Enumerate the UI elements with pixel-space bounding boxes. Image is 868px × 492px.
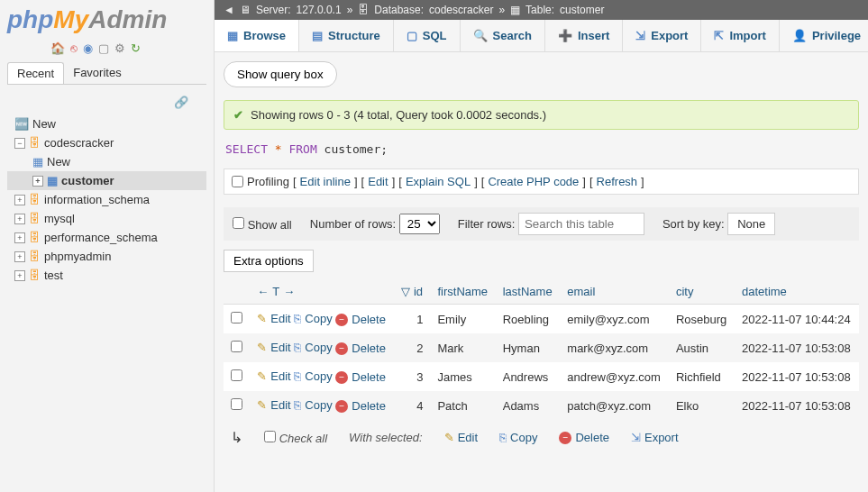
row-copy-button[interactable]: ⎘Copy xyxy=(294,398,332,412)
with-selected-label: With selected: xyxy=(349,431,423,444)
tree-customer[interactable]: +▦customer xyxy=(7,171,206,190)
logout-icon[interactable]: ⎋ xyxy=(70,41,78,55)
tab-recent[interactable]: Recent xyxy=(7,62,64,84)
arrow-left-icon[interactable]: ← xyxy=(257,285,269,298)
row-delete-button[interactable]: −Delete xyxy=(335,342,386,355)
check-all-checkbox[interactable] xyxy=(264,431,276,442)
tab-import[interactable]: ⇱Import xyxy=(701,20,779,51)
tab-favorites[interactable]: Favorites xyxy=(64,62,130,84)
docs-icon[interactable]: ◉ xyxy=(83,41,93,55)
bc-server[interactable]: 127.0.0.1 xyxy=(297,4,342,16)
row-checkbox[interactable] xyxy=(231,398,242,410)
row-edit-button[interactable]: ✎Edit xyxy=(257,369,290,383)
row-edit-label: Edit xyxy=(270,369,290,383)
new-db-icon: 🆕 xyxy=(14,117,29,131)
profiling-checkbox[interactable] xyxy=(232,176,243,187)
tree-infoschema-label: information_schema xyxy=(44,193,150,206)
tab-search[interactable]: 🔍Search xyxy=(461,20,545,51)
settings-icon[interactable]: ⚙ xyxy=(114,41,125,55)
reload-icon[interactable]: ↻ xyxy=(131,41,141,55)
tab-browse[interactable]: ▦Browse xyxy=(215,20,299,51)
row-edit-button[interactable]: ✎Edit xyxy=(257,312,290,325)
row-checkbox[interactable] xyxy=(231,369,242,381)
tree-new-label: New xyxy=(32,117,56,131)
cell-lastname: Adams xyxy=(496,391,561,420)
edit-inline-link[interactable]: Edit inline xyxy=(300,175,351,188)
tree-codescracker[interactable]: −🗄codescracker xyxy=(7,133,206,152)
database-icon: 🗄 xyxy=(29,269,41,282)
sql-icon[interactable]: ▢ xyxy=(98,41,109,55)
col-firstname[interactable]: firstName xyxy=(430,279,495,305)
row-copy-button[interactable]: ⎘Copy xyxy=(294,341,332,354)
footer-edit-button[interactable]: ✎Edit xyxy=(444,431,478,444)
extra-options-button[interactable]: Extra options xyxy=(224,250,314,272)
row-copy-button[interactable]: ⎘Copy xyxy=(294,312,332,325)
tree-cc-new[interactable]: ▦New xyxy=(7,152,206,171)
row-edit-button[interactable]: ✎Edit xyxy=(257,398,290,412)
col-lastname[interactable]: lastName xyxy=(496,279,561,305)
footer-export-button[interactable]: ⇲Export xyxy=(631,431,679,444)
arrow-right-icon[interactable]: → xyxy=(283,285,295,298)
cell-datetime: 2022-11-07 10:44:24 xyxy=(735,305,859,334)
bc-db-label: Database: xyxy=(374,4,424,16)
row-checkbox[interactable] xyxy=(231,312,242,323)
show-query-box-button[interactable]: Show query box xyxy=(224,61,337,87)
pencil-icon: ✎ xyxy=(257,369,267,383)
tab-privileges[interactable]: 👤Privilege xyxy=(780,20,868,51)
col-email[interactable]: email xyxy=(560,279,669,305)
row-copy-label: Copy xyxy=(305,398,332,412)
tab-structure[interactable]: ▤Structure xyxy=(299,20,394,51)
profiling-bar: Profiling [ Edit inline ] [ Edit ] [ Exp… xyxy=(224,169,859,195)
tab-insert[interactable]: ➕Insert xyxy=(545,20,623,51)
cell-email: mark@xyz.com xyxy=(560,333,669,362)
bc-table[interactable]: customer xyxy=(560,4,604,16)
footer-delete-button[interactable]: −Delete xyxy=(559,431,609,444)
expand-icon[interactable]: + xyxy=(14,232,25,243)
row-delete-button[interactable]: −Delete xyxy=(335,313,386,326)
bc-db[interactable]: codescracker xyxy=(429,4,493,16)
tree-new[interactable]: 🆕New xyxy=(7,114,206,133)
col-city[interactable]: city xyxy=(669,279,735,305)
filter-input[interactable] xyxy=(518,213,644,235)
expand-icon[interactable]: + xyxy=(14,251,25,262)
tree-mysql[interactable]: +🗄mysql xyxy=(7,209,206,228)
expand-icon[interactable]: + xyxy=(14,214,25,224)
row-copy-button[interactable]: ⎘Copy xyxy=(294,369,332,383)
sort-by-select[interactable]: None xyxy=(727,213,775,235)
expand-icon[interactable]: + xyxy=(14,270,25,281)
cell-firstname: Patch xyxy=(430,391,495,420)
row-delete-button[interactable]: −Delete xyxy=(335,370,386,384)
export-icon: ⇲ xyxy=(635,29,645,42)
row-checkbox[interactable] xyxy=(231,341,242,352)
logo[interactable]: phpMyAdmin xyxy=(7,5,206,34)
show-all-checkbox[interactable] xyxy=(233,217,244,229)
col-datetime[interactable]: datetime xyxy=(735,279,859,305)
row-edit-button[interactable]: ✎Edit xyxy=(257,341,290,354)
tree-phpmyadmin[interactable]: +🗄phpmyadmin xyxy=(7,247,206,266)
footer-copy-button[interactable]: ⎘Copy xyxy=(499,431,537,444)
tab-sql[interactable]: ▢SQL xyxy=(394,20,461,51)
delete-icon: − xyxy=(335,371,348,384)
tree-performance-schema[interactable]: +🗄performance_schema xyxy=(7,228,206,247)
text-cursor-icon[interactable]: T xyxy=(272,285,279,298)
copy-icon: ⎘ xyxy=(294,341,301,354)
bracket: [ xyxy=(481,175,485,188)
home-icon[interactable]: 🏠 xyxy=(50,41,65,55)
explain-link[interactable]: Explain SQL xyxy=(406,175,471,188)
nav-left-icon[interactable]: ◄ xyxy=(224,4,234,16)
row-delete-button[interactable]: −Delete xyxy=(335,399,386,413)
refresh-link[interactable]: Refresh xyxy=(597,175,638,188)
col-id[interactable]: ▽ id xyxy=(394,279,430,305)
link-icon[interactable]: 🔗 xyxy=(7,96,206,109)
tree-test[interactable]: +🗄test xyxy=(7,266,206,285)
delete-icon: − xyxy=(335,342,348,355)
tree-information-schema[interactable]: +🗄information_schema xyxy=(7,190,206,209)
num-rows-select[interactable]: 25 xyxy=(399,214,440,234)
collapse-icon[interactable]: − xyxy=(14,138,25,149)
create-php-link[interactable]: Create PHP code xyxy=(488,175,579,188)
tab-export[interactable]: ⇲Export xyxy=(623,20,701,51)
bracket: [ xyxy=(398,175,402,188)
expand-icon[interactable]: + xyxy=(32,176,43,187)
edit-link[interactable]: Edit xyxy=(368,175,388,188)
expand-icon[interactable]: + xyxy=(14,195,25,205)
